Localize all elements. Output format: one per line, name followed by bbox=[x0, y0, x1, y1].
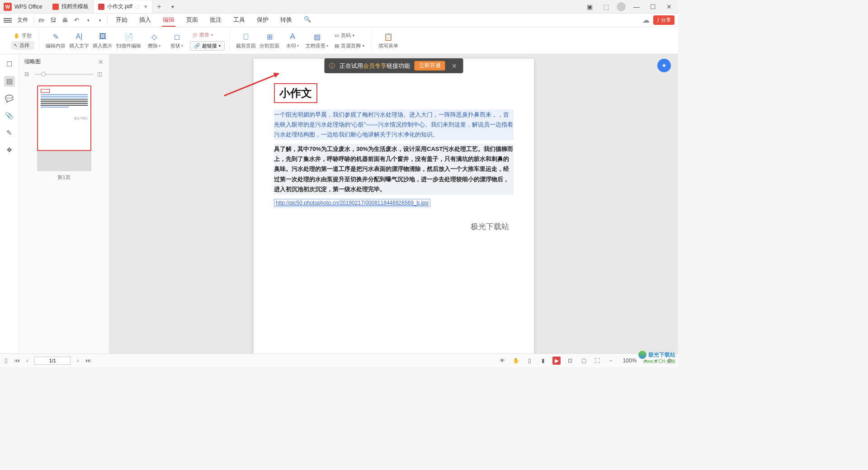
zoom-slider[interactable] bbox=[34, 74, 94, 75]
fit-width-icon[interactable]: ⊡ bbox=[566, 357, 574, 365]
upgrade-button[interactable]: 立即开通 bbox=[415, 61, 445, 70]
maximize-button[interactable]: ☐ bbox=[647, 1, 658, 12]
split-page-button[interactable]: ⊞分割页面 bbox=[259, 32, 279, 49]
app-logo: W bbox=[4, 3, 12, 11]
erase-button[interactable]: ◇擦除▾ bbox=[145, 32, 164, 49]
expand-icon[interactable]: ◫ bbox=[97, 71, 104, 77]
attachments-icon[interactable]: 📎 bbox=[4, 110, 15, 121]
scan-edit-button[interactable]: 📄扫描件编辑 bbox=[116, 32, 141, 49]
search-icon[interactable]: 🔍 bbox=[303, 14, 312, 27]
box-icon[interactable]: ⬚ bbox=[600, 1, 611, 12]
paragraph-1: 一个阳光明媚的早晨，我们参观了梅村污水处理场。进入大门，一阵阵恶臭扑鼻而来，，首… bbox=[274, 109, 514, 140]
canvas: ⓘ 正在试用会员专享链接功能 立即开通 ✕ 小作文 一个阳光明媚的早晨，我们参观… bbox=[109, 54, 678, 353]
tab-page[interactable]: 页面 bbox=[185, 14, 199, 27]
tab-tools[interactable]: 工具 bbox=[232, 14, 246, 27]
close-button[interactable]: ✕ bbox=[664, 1, 675, 12]
collapse-icon[interactable]: ⊟ bbox=[24, 71, 31, 77]
panel-toggle-icon[interactable]: ▯ bbox=[5, 357, 8, 364]
tab-templates[interactable]: 找稻壳模板 bbox=[48, 0, 94, 13]
stamp-button[interactable]: ㊞ 图章 ▾ bbox=[190, 31, 225, 39]
more-icon[interactable]: ▾ bbox=[96, 17, 104, 24]
panel-icon[interactable]: ▣ bbox=[584, 1, 595, 12]
info-icon: ⓘ bbox=[329, 62, 335, 70]
select-mode-button[interactable]: ↖ 选择 bbox=[11, 41, 34, 50]
print-icon[interactable]: 🖶 bbox=[61, 17, 68, 24]
sidebar-icons: ☐ ▤ 💬 📎 ✎ ❖ bbox=[0, 54, 19, 353]
hyperlink-button[interactable]: 🔗 超链接 ▾ bbox=[190, 41, 225, 51]
notice-close-icon[interactable]: ✕ bbox=[450, 62, 459, 70]
single-page-icon[interactable]: ▯ bbox=[525, 357, 533, 365]
share-button[interactable]: ⤴ 分享 bbox=[653, 15, 675, 25]
play-icon[interactable]: ▶ bbox=[552, 357, 561, 365]
first-page-icon[interactable]: ⏮ bbox=[14, 357, 20, 364]
thumb-page-label: 第1页 bbox=[57, 174, 70, 181]
insert-image-button[interactable]: 🖼插入图片 bbox=[93, 32, 113, 49]
file-menu[interactable]: 文件 bbox=[17, 16, 28, 24]
watermark-text: 极光下载站 bbox=[471, 221, 509, 232]
last-page-icon[interactable]: ⏭ bbox=[85, 357, 91, 364]
main-area: ☐ ▤ 💬 📎 ✎ ❖ 缩略图 ✕ ⊟ ◫ 极光 bbox=[0, 54, 678, 353]
save-icon[interactable]: 🖫 bbox=[49, 17, 57, 24]
undo-icon[interactable]: ↶ bbox=[73, 17, 80, 24]
ribbon: ✋ 手型 ↖ 选择 ✎编辑内容 A|插入文字 🖼插入图片 📄扫描件编辑 ◇擦除▾… bbox=[0, 27, 678, 54]
tab-status-icon: ◌ bbox=[135, 4, 140, 9]
thumb-title: 缩略图 bbox=[24, 58, 41, 66]
fill-form-button[interactable]: 📋填写表单 bbox=[378, 32, 398, 49]
tab-start[interactable]: 开始 bbox=[115, 14, 128, 27]
tab-edit[interactable]: 编辑 bbox=[162, 14, 175, 27]
doc-bg-button[interactable]: ▨文档背景▾ bbox=[306, 32, 328, 49]
sign-icon[interactable]: ✎ bbox=[4, 127, 15, 138]
continuous-icon[interactable]: ▮ bbox=[539, 357, 547, 365]
open-icon[interactable]: 🗁 bbox=[38, 17, 45, 24]
notice-suffix: 链接功能 bbox=[387, 62, 410, 69]
edit-content-button[interactable]: ✎编辑内容 bbox=[46, 32, 66, 49]
corner-watermark: 极光下载站 www.xi CH 众简 bbox=[638, 351, 675, 364]
bookmark-icon[interactable]: ☐ bbox=[4, 59, 15, 70]
hyperlink-text[interactable]: http://pic50.photophoto.cn/20190217/0008… bbox=[274, 199, 430, 207]
minimize-button[interactable]: — bbox=[631, 1, 642, 12]
cloud-icon[interactable]: ☁ bbox=[642, 16, 650, 24]
zoom-value: 100% bbox=[620, 357, 639, 364]
page-num-button[interactable]: ▭ 页码 ▾ bbox=[332, 31, 367, 40]
menubar: 文件 🗁 🖫 🖶 ↶ ▾ ▾ 开始 插入 编辑 页面 批注 工具 保护 转换 🔍… bbox=[0, 14, 678, 27]
tab-annotate[interactable]: 批注 bbox=[209, 14, 222, 27]
app-name: WPS Office bbox=[14, 4, 42, 10]
watermark-button[interactable]: A水印▾ bbox=[283, 32, 302, 49]
header-footer-button[interactable]: ▤ 页眉页脚 ▾ bbox=[332, 42, 367, 50]
zoom-out-icon[interactable]: − bbox=[607, 357, 615, 365]
avatar[interactable] bbox=[617, 2, 626, 11]
notice-highlight: 会员专享 bbox=[363, 62, 387, 69]
tab-protect[interactable]: 保护 bbox=[256, 14, 269, 27]
page-input[interactable] bbox=[34, 357, 71, 365]
thumbnail-item[interactable]: 极光下载站 第1页 bbox=[27, 85, 101, 181]
next-page-icon[interactable]: › bbox=[77, 357, 79, 364]
tab-dropdown-icon[interactable]: ▾ bbox=[144, 3, 147, 10]
close-icon[interactable]: ✕ bbox=[98, 58, 104, 66]
comments-icon[interactable]: 💬 bbox=[4, 93, 15, 104]
thumbnails-icon[interactable]: ▤ bbox=[4, 76, 15, 87]
pdf-page: 小作文 一个阳光明媚的早晨，我们参观了梅村污水处理场。进入大门，一阵阵恶臭扑鼻而… bbox=[254, 59, 534, 353]
hamburger-icon[interactable] bbox=[4, 18, 12, 23]
hand-icon[interactable]: ✋ bbox=[512, 357, 520, 365]
tab-menu-button[interactable]: ▾ bbox=[166, 4, 179, 10]
fullscreen-icon[interactable]: ⛶ bbox=[593, 357, 601, 365]
tab-insert[interactable]: 插入 bbox=[138, 14, 152, 27]
titlebar: W WPS Office 找稻壳模板 小作文.pdf ◌ ▾ + ▾ ▣ ⬚ —… bbox=[0, 0, 678, 14]
crop-page-button[interactable]: ⎕裁剪页面 bbox=[236, 32, 256, 49]
thumbnail-panel: 缩略图 ✕ ⊟ ◫ 极光下载站 第1页 bbox=[19, 54, 109, 353]
shape-button[interactable]: ◻形状▾ bbox=[167, 32, 186, 49]
hand-mode-button[interactable]: ✋ 手型 bbox=[11, 32, 34, 40]
eye-icon[interactable]: 👁 bbox=[498, 357, 506, 365]
prev-page-icon[interactable]: ‹ bbox=[26, 357, 28, 364]
redo-icon[interactable]: ▾ bbox=[85, 17, 92, 24]
annotation-arrow bbox=[224, 73, 279, 96]
insert-text-button[interactable]: A|插入文字 bbox=[69, 32, 89, 49]
tab-document[interactable]: 小作文.pdf ◌ ▾ bbox=[94, 0, 152, 13]
document-title: 小作文 bbox=[274, 83, 317, 103]
fit-page-icon[interactable]: ▢ bbox=[580, 357, 588, 365]
trial-notice: ⓘ 正在试用会员专享链接功能 立即开通 ✕ bbox=[325, 58, 463, 73]
float-action-button[interactable]: ✦ bbox=[657, 59, 671, 72]
tab-convert[interactable]: 转换 bbox=[279, 14, 293, 27]
layers-icon[interactable]: ❖ bbox=[4, 145, 15, 155]
new-tab-button[interactable]: + bbox=[152, 3, 166, 11]
